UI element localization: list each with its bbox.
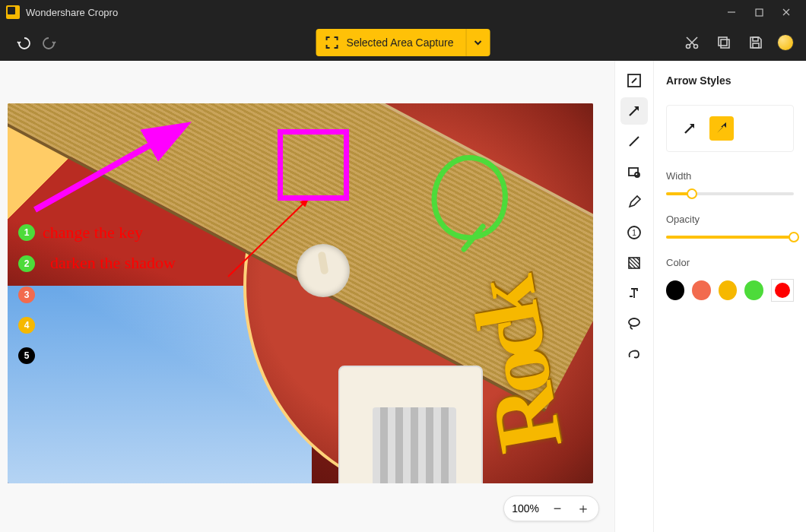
annotation-rectangle[interactable] <box>278 129 349 201</box>
titlebar: Wondershare Cropro <box>0 0 806 24</box>
svg-rect-1 <box>756 9 763 16</box>
annotation-arrow-red[interactable] <box>221 193 327 284</box>
arrow-style-swatches <box>666 105 794 152</box>
svg-point-18 <box>635 173 639 177</box>
zoom-in-button[interactable]: ＋ <box>576 501 591 516</box>
tool-edit[interactable] <box>620 67 648 94</box>
zoom-control: 100% − ＋ <box>503 496 599 521</box>
app-title: Wondershare Cropro <box>26 7 118 18</box>
tool-shape[interactable] <box>620 158 648 185</box>
tool-lasso[interactable] <box>620 310 648 337</box>
arrow-plain-icon <box>682 121 697 136</box>
svg-line-13 <box>228 199 308 277</box>
svg-rect-9 <box>721 40 729 48</box>
save-button[interactable] <box>745 32 766 53</box>
chevron-down-icon <box>474 38 483 47</box>
annotation-text-1[interactable]: change the key <box>43 223 143 242</box>
side-panel: Arrow Styles Width Opacity <box>654 61 806 532</box>
blur-icon <box>627 255 642 271</box>
undo-button[interactable] <box>12 32 33 53</box>
svg-point-4 <box>687 45 690 49</box>
svg-rect-8 <box>719 37 727 46</box>
canvas-area[interactable]: Rock change the key darken the shadow 1 … <box>0 61 614 532</box>
svg-rect-11 <box>753 43 759 48</box>
crop-corners-icon <box>325 36 339 49</box>
pencil-icon <box>627 195 642 210</box>
color-label: Color <box>666 257 794 268</box>
color-black[interactable] <box>666 280 684 300</box>
window-maximize-button[interactable] <box>745 0 773 24</box>
annotation-number-2[interactable]: 2 <box>18 255 35 272</box>
canvas-image[interactable]: Rock change the key darken the shadow 1 … <box>8 103 593 483</box>
copy-button[interactable] <box>713 32 735 53</box>
user-avatar[interactable] <box>777 34 794 51</box>
tool-arrow[interactable] <box>620 97 648 125</box>
window-minimize-button[interactable] <box>718 0 745 24</box>
capture-mode-dropdown[interactable] <box>465 29 490 56</box>
svg-line-16 <box>630 137 639 146</box>
annotation-freehand-circle[interactable] <box>418 150 517 257</box>
redo-button[interactable] <box>40 32 61 53</box>
arrow-style-plain[interactable] <box>677 116 702 141</box>
tool-line[interactable] <box>620 128 648 155</box>
svg-text:1: 1 <box>632 229 636 237</box>
freehand-icon <box>627 347 642 362</box>
capture-mode-label: Selected Area Capture <box>347 36 454 49</box>
text-style-icon <box>627 286 642 301</box>
color-yellow[interactable] <box>719 280 737 300</box>
opacity-slider[interactable] <box>666 236 794 239</box>
width-slider[interactable] <box>666 192 794 195</box>
svg-rect-17 <box>629 168 638 176</box>
tool-freehand[interactable] <box>620 340 648 368</box>
tool-text-style[interactable] <box>620 280 648 307</box>
annotation-number-4[interactable]: 4 <box>18 317 35 334</box>
tool-number[interactable]: 1 <box>620 219 648 246</box>
tool-column: 1 <box>614 61 654 532</box>
bg-pickup <box>373 407 456 483</box>
number-icon: 1 <box>627 225 642 240</box>
capture-mode-button[interactable]: Selected Area Capture <box>316 29 490 56</box>
tool-blur[interactable] <box>620 249 648 277</box>
zoom-out-button[interactable]: − <box>550 501 565 516</box>
color-custom[interactable] <box>771 279 794 302</box>
lasso-icon <box>627 316 642 331</box>
main-area: Rock change the key darken the shadow 1 … <box>0 61 806 532</box>
annotation-text-2[interactable]: darken the shadow <box>50 253 176 273</box>
arrow-bold-icon <box>714 121 729 136</box>
svg-line-23 <box>685 125 693 133</box>
annotation-number-3[interactable]: 3 <box>18 287 35 303</box>
arrow-icon <box>627 103 642 119</box>
window-close-button[interactable] <box>773 0 800 24</box>
svg-line-12 <box>35 128 181 210</box>
edit-icon <box>627 73 642 88</box>
width-label: Width <box>666 170 794 182</box>
annotation-number-5[interactable]: 5 <box>18 347 35 364</box>
opacity-label: Opacity <box>666 214 794 225</box>
tool-pencil[interactable] <box>620 188 648 216</box>
color-row <box>666 279 794 302</box>
panel-title: Arrow Styles <box>666 74 794 87</box>
annotation-arrow-pink[interactable] <box>29 119 204 217</box>
app-logo-icon <box>6 5 20 19</box>
svg-point-22 <box>629 318 639 326</box>
color-coral[interactable] <box>692 280 710 300</box>
annotation-number-1[interactable]: 1 <box>18 224 35 241</box>
toolbar: Selected Area Capture <box>0 24 806 61</box>
zoom-level: 100% <box>512 502 539 515</box>
shape-icon <box>627 164 642 179</box>
color-green[interactable] <box>744 280 763 300</box>
line-icon <box>627 134 642 149</box>
cut-button[interactable] <box>681 32 703 53</box>
svg-point-5 <box>694 45 698 49</box>
svg-rect-10 <box>753 37 758 41</box>
arrow-style-bold[interactable] <box>709 116 734 141</box>
